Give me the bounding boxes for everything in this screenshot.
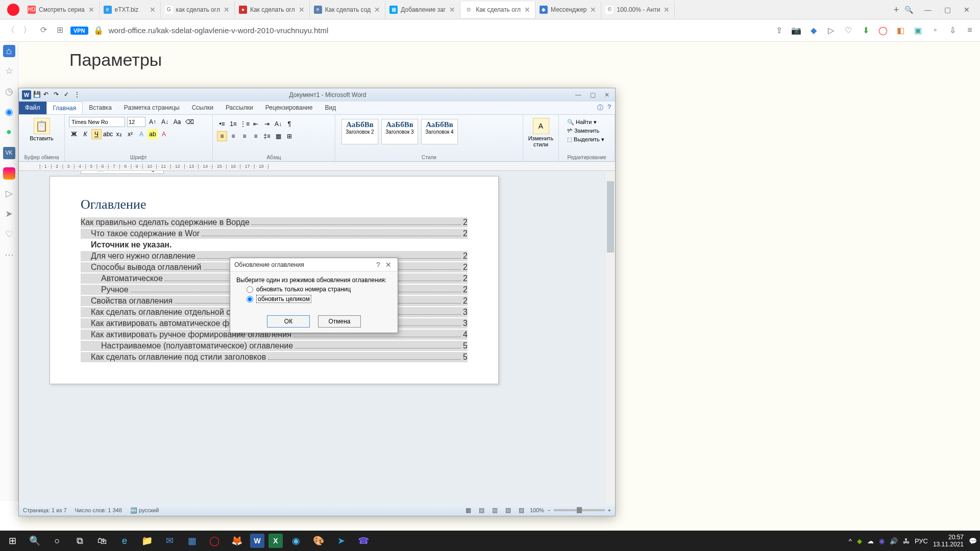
download-icon[interactable]: ⬇ <box>861 26 871 36</box>
lang-indicator[interactable]: РУС <box>915 537 928 545</box>
opera-icon[interactable]: ◯ <box>878 26 888 36</box>
font-grow-icon[interactable]: A↑ <box>148 117 158 127</box>
notifications-icon[interactable]: 💬 <box>969 537 977 545</box>
help-icon[interactable]: ? <box>607 104 611 112</box>
ribbon-tab[interactable]: Ссылки <box>186 102 219 114</box>
status-lang[interactable]: 🔤 русский <box>130 507 159 514</box>
style-item[interactable]: АаБбВвЗаголовок 2 <box>341 119 378 144</box>
status-page[interactable]: Страница: 1 из 7 <box>23 507 67 513</box>
strike-icon[interactable]: abc <box>103 129 113 139</box>
select-button[interactable]: ⬚ Выделить ▾ <box>567 136 606 143</box>
sort-icon[interactable]: A↓ <box>273 119 283 129</box>
close-icon[interactable]: ✕ <box>961 6 973 14</box>
app-icon[interactable]: ▦ <box>183 532 201 550</box>
ribbon-tab[interactable]: Главная <box>46 102 83 114</box>
store-icon[interactable]: 🛍 <box>93 532 111 550</box>
messenger-icon[interactable]: ◉ <box>3 106 15 118</box>
tab-close-icon[interactable]: ✕ <box>590 6 597 13</box>
align-right-icon[interactable]: ≡ <box>239 131 250 141</box>
style-item[interactable]: АаБбВвЗаголовок 3 <box>381 119 418 144</box>
excel-icon[interactable]: X <box>268 534 283 548</box>
toc-entry[interactable]: Как правильно сделать содержание в Ворде… <box>81 217 468 228</box>
mail-icon[interactable]: ✉ <box>160 532 179 550</box>
replace-button[interactable]: ᵃ⁄ᵇ Заменить <box>567 128 606 134</box>
clock[interactable]: 20:5713.11.2021 <box>933 534 964 548</box>
browser-tab[interactable]: ©100.00% - Анти✕ <box>601 2 675 18</box>
heart-icon[interactable]: ♡ <box>843 26 853 36</box>
tab-close-icon[interactable]: ✕ <box>88 6 95 13</box>
zoom-in-icon[interactable]: + <box>608 507 611 513</box>
menu-icon[interactable]: ≡ <box>965 26 975 36</box>
edge-icon[interactable]: e <box>115 532 134 550</box>
toc-update-tab[interactable]: ⋮ ▾ 📄 Обновить таблицу... <box>81 171 164 174</box>
superscript-icon[interactable]: x² <box>125 129 135 139</box>
extension2-icon[interactable]: ▣ <box>913 26 923 36</box>
back-button[interactable]: 〈 <box>5 25 16 36</box>
minimize-icon[interactable]: — <box>922 6 934 14</box>
nvidia-icon[interactable]: ◆ <box>857 537 862 545</box>
ribbon-tab[interactable]: Рассылки <box>219 102 259 114</box>
qat-icon[interactable]: ⋮ <box>74 91 82 99</box>
close-icon[interactable]: ✕ <box>383 261 394 269</box>
qat-icon[interactable]: ✓ <box>64 91 72 99</box>
send-icon[interactable]: ➤ <box>3 208 15 220</box>
app2-icon[interactable]: 🎨 <box>309 532 328 550</box>
opera-logo[interactable] <box>7 4 19 16</box>
radio-pages-only[interactable]: обновить только номера страниц <box>247 286 391 293</box>
min-ribbon-icon[interactable]: ⓘ <box>597 104 603 112</box>
view-print-icon[interactable]: ▦ <box>463 505 474 515</box>
numbering-icon[interactable]: 1≡ <box>228 119 238 129</box>
browser-tab[interactable]: ⊙Как сделать огл✕ <box>460 2 535 18</box>
ruler[interactable]: | · 1 · | · 2 · | · 3 · | · 4 · | · 5 · … <box>19 162 615 171</box>
start-button[interactable]: ⊞ <box>3 532 21 550</box>
clock-icon[interactable]: ◷ <box>3 86 15 98</box>
word1-titlebar[interactable]: W 💾 ↶ ↷ ✓ ⋮ Документ1 - Microsoft Word —… <box>19 88 615 102</box>
heart-icon[interactable]: ♡ <box>3 229 15 241</box>
ribbon-tab[interactable]: Разметка страницы <box>118 102 186 114</box>
speed-dial-icon[interactable]: ⊞ <box>54 25 65 36</box>
tab-close-icon[interactable]: ✕ <box>663 6 670 13</box>
word-icon[interactable]: W <box>250 534 264 548</box>
shading-icon[interactable]: ▦ <box>273 131 283 141</box>
case-icon[interactable]: Aa <box>172 117 182 127</box>
lock-icon[interactable]: 🔒 <box>93 26 104 35</box>
browser-tab[interactable]: eeTXT.biz✕ <box>100 2 161 18</box>
toc-entry[interactable]: Настраиваемое (полуавтоматическое) оглав… <box>81 341 468 351</box>
easy-setup-icon[interactable]: ⇩ <box>947 26 958 36</box>
border-icon[interactable]: ⊞ <box>284 131 295 141</box>
tab-close-icon[interactable]: ✕ <box>374 6 381 13</box>
word1-doc-area[interactable]: ⋮ ▾ 📄 Обновить таблицу... Оглавление Как… <box>19 171 615 505</box>
ribbon-tab[interactable]: Файл <box>19 102 46 114</box>
save-icon[interactable]: 💾 <box>33 91 41 99</box>
browser-tab[interactable]: ≡Как сделать сод✕ <box>310 2 386 18</box>
toc-entry[interactable]: Источник не указан. <box>81 240 468 250</box>
font-color-icon[interactable]: A <box>159 129 169 139</box>
justify-icon[interactable]: ≡ <box>251 131 261 141</box>
ribbon-tab[interactable]: Рецензирование <box>259 102 319 114</box>
network-icon[interactable]: 🖧 <box>903 537 910 545</box>
reload-button[interactable]: ⟳ <box>38 25 49 36</box>
help-icon[interactable]: ? <box>373 261 383 269</box>
ribbon-tab[interactable]: Вид <box>318 102 342 114</box>
align-center-icon[interactable]: ≡ <box>228 131 238 141</box>
paste-button[interactable]: 📋Вставить <box>23 117 60 142</box>
tab-close-icon[interactable]: ✕ <box>298 6 305 13</box>
url-text[interactable]: word-office.ru/kak-sdelat-oglavlenie-v-w… <box>109 26 769 35</box>
radio-entire[interactable]: обновить целиком <box>247 295 391 303</box>
tray-icon[interactable]: ◉ <box>879 537 885 545</box>
tab-close-icon[interactable]: ✕ <box>449 6 456 13</box>
indent-dec-icon[interactable]: ⇤ <box>251 119 261 129</box>
browser-tab[interactable]: ▦Добавление заг✕ <box>385 2 460 18</box>
home-icon[interactable]: ⌂ <box>3 45 15 57</box>
tab-close-icon[interactable]: ✕ <box>524 6 531 13</box>
cortana-icon[interactable]: ○ <box>48 532 66 550</box>
shield-icon[interactable]: ◆ <box>808 26 819 36</box>
search-icon[interactable]: 🔍 <box>902 6 915 14</box>
highlight-icon[interactable]: ab <box>148 129 158 139</box>
indent-inc-icon[interactable]: ⇥ <box>262 119 272 129</box>
align-left-icon[interactable]: ≡ <box>217 131 227 141</box>
new-tab-button[interactable]: + <box>890 4 902 16</box>
bullets-icon[interactable]: •≡ <box>217 119 227 129</box>
search-icon[interactable]: 🔍 <box>26 532 44 550</box>
explorer-icon[interactable]: 📁 <box>138 532 156 550</box>
